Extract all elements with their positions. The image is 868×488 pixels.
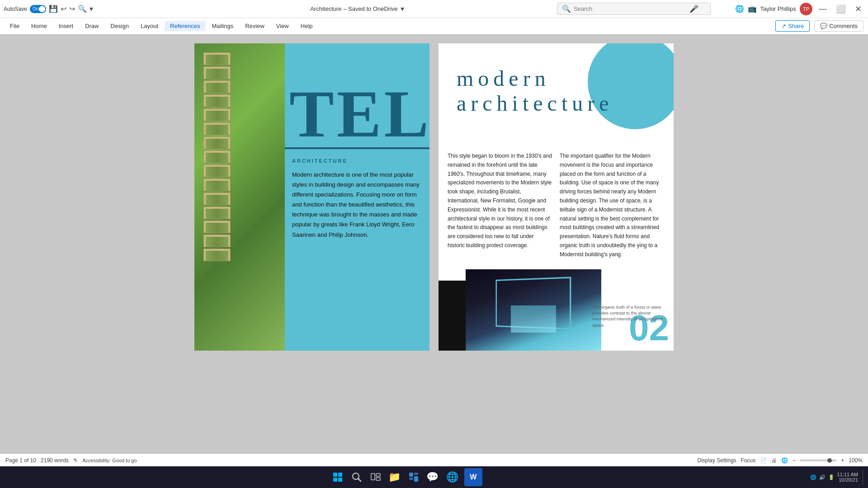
comment-icon: 💬: [820, 23, 827, 29]
balcony-9: [203, 164, 231, 177]
menu-item-view[interactable]: View: [271, 21, 294, 31]
balcony-12: [203, 206, 231, 219]
search-box[interactable]: 🔍 🎤: [557, 3, 711, 15]
layout-icon-print[interactable]: 🖨: [771, 457, 777, 464]
display-icon[interactable]: 📺: [748, 5, 757, 13]
svg-rect-7: [376, 474, 380, 476]
menu-item-draw[interactable]: Draw: [80, 21, 104, 31]
right-col1[interactable]: This style began to bloom in the 1930's …: [448, 152, 552, 259]
right-col2[interactable]: The important qualifier for the Modern m…: [560, 152, 665, 259]
undo-icon[interactable]: ↩: [61, 5, 66, 13]
building-image: .balcony-group { margin-bottom: 6px; } .…: [194, 43, 294, 351]
menu-item-help[interactable]: Help: [295, 21, 318, 31]
taskbar-right: 🌐 🔊 🔋 11:11 AM 10/20/21: [810, 470, 864, 484]
word-count: 2190 words: [41, 457, 69, 464]
menu-bar-right: ↗ Share 💬 Comments: [775, 20, 863, 32]
balcony-8: [203, 150, 231, 163]
save-icon[interactable]: 💾: [49, 5, 58, 13]
focus-label[interactable]: Focus: [741, 457, 756, 464]
svg-rect-12: [414, 476, 418, 482]
menu-item-insert[interactable]: Insert: [53, 21, 79, 31]
more-icon[interactable]: ▾: [90, 5, 93, 13]
menu-bar: File Home Insert Draw Design Layout Refe…: [0, 18, 868, 34]
search-magnifier-icon: 🔍: [562, 5, 571, 13]
taskbar: 📁 💬 🌐 W 🌐 🔊 🔋 11:11 AM 10/20/21: [0, 466, 868, 488]
window-sky: [511, 305, 556, 333]
image-caption: The organic truth of a forest or wave pr…: [592, 304, 669, 328]
display-settings-label[interactable]: Display Settings: [698, 457, 736, 464]
menu-item-home[interactable]: Home: [26, 21, 52, 31]
user-avatar[interactable]: TP: [800, 3, 812, 15]
right-page: modern architecture This style began to …: [439, 43, 674, 351]
balcony-3: [203, 80, 231, 93]
tell-header: TELL: [285, 43, 429, 147]
share-label: Share: [788, 23, 804, 29]
svg-rect-0: [333, 473, 337, 477]
close-button[interactable]: ✕: [852, 3, 864, 15]
zoom-slider[interactable]: [800, 460, 836, 461]
share-icon: ↗: [781, 23, 786, 29]
taskbar-word[interactable]: W: [464, 468, 482, 486]
layout-icon-read[interactable]: 📄: [760, 457, 767, 464]
menu-item-design[interactable]: Design: [105, 21, 134, 31]
menu-item-layout[interactable]: Layout: [135, 21, 164, 31]
status-bar: Page 1 of 10 2190 words ✎ Accessibility:…: [0, 454, 868, 466]
battery-icon: 🔋: [828, 474, 835, 480]
status-left: Page 1 of 10 2190 words ✎ Accessibility:…: [5, 457, 137, 464]
doc-dropdown-icon[interactable]: ▾: [401, 5, 404, 13]
taskbar-teams[interactable]: 💬: [425, 469, 441, 485]
mic-icon[interactable]: 🎤: [689, 5, 698, 13]
svg-rect-1: [338, 473, 342, 477]
redo-icon[interactable]: ↪: [69, 5, 75, 13]
svg-rect-6: [371, 474, 375, 480]
autosave-toggle[interactable]: On: [30, 5, 46, 13]
balcony-4: [203, 94, 231, 107]
title-line2: architecture: [457, 91, 613, 116]
user-name: Taylor Phillips: [760, 5, 796, 12]
zoom-in-button[interactable]: +: [841, 457, 844, 464]
show-desktop-button[interactable]: [863, 470, 864, 484]
autosave-state: On: [31, 6, 38, 11]
svg-rect-3: [338, 478, 342, 482]
doc-title: Architecture – Saved to OneDrive: [310, 5, 398, 12]
balcony-14: [203, 235, 231, 247]
layout-icon-web[interactable]: 🌐: [781, 457, 788, 464]
balcony-6: [203, 122, 231, 135]
left-content-area: ARCHITECTURE Modern architecture is one …: [285, 149, 429, 351]
user-initials: TP: [803, 6, 809, 12]
menu-item-file[interactable]: File: [5, 21, 25, 31]
comments-button[interactable]: 💬 Comments: [814, 20, 863, 32]
zoom-out-button[interactable]: −: [793, 457, 796, 464]
accessibility-status[interactable]: Accessibility: Good to go: [82, 458, 137, 463]
balcony-5: [203, 108, 231, 121]
maximize-button[interactable]: ⬜: [833, 3, 849, 15]
title-bar-left: AutoSave On 💾 ↩ ↪ 🔍 ▾: [4, 5, 157, 13]
balcony-1: [203, 52, 231, 65]
svg-rect-10: [414, 473, 418, 475]
left-body-text[interactable]: Modern architecture is one of the most p…: [292, 170, 422, 240]
edit-mode-icon: ✎: [73, 457, 78, 464]
search-icon[interactable]: 🔍: [78, 5, 87, 13]
volume-icon: 🔊: [819, 474, 826, 480]
taskbar-search[interactable]: [349, 469, 365, 485]
minimize-button[interactable]: —: [816, 3, 830, 14]
share-button[interactable]: ↗ Share: [775, 20, 810, 32]
right-body: This style began to bloom in the 1930's …: [448, 152, 665, 259]
taskbar-task-view[interactable]: [368, 469, 384, 485]
svg-rect-8: [376, 478, 380, 480]
globe-icon[interactable]: 🌐: [735, 5, 744, 13]
taskbar-widgets[interactable]: [406, 469, 422, 485]
taskbar-windows-start[interactable]: [330, 469, 346, 485]
search-input[interactable]: [574, 5, 687, 12]
balcony-10: [203, 178, 231, 191]
page-info: Page 1 of 10 2190 words: [5, 457, 69, 464]
menu-item-mailings[interactable]: Mailings: [207, 21, 239, 31]
menu-item-references[interactable]: References: [165, 21, 205, 31]
svg-rect-9: [409, 473, 413, 477]
zoom-slider-thumb: [827, 458, 832, 463]
taskbar-date-display: 10/20/21: [837, 477, 858, 483]
taskbar-file-explorer[interactable]: 📁: [387, 469, 403, 485]
taskbar-edge[interactable]: 🌐: [443, 468, 462, 486]
menu-item-review[interactable]: Review: [240, 21, 270, 31]
balcony-13: [203, 221, 231, 233]
